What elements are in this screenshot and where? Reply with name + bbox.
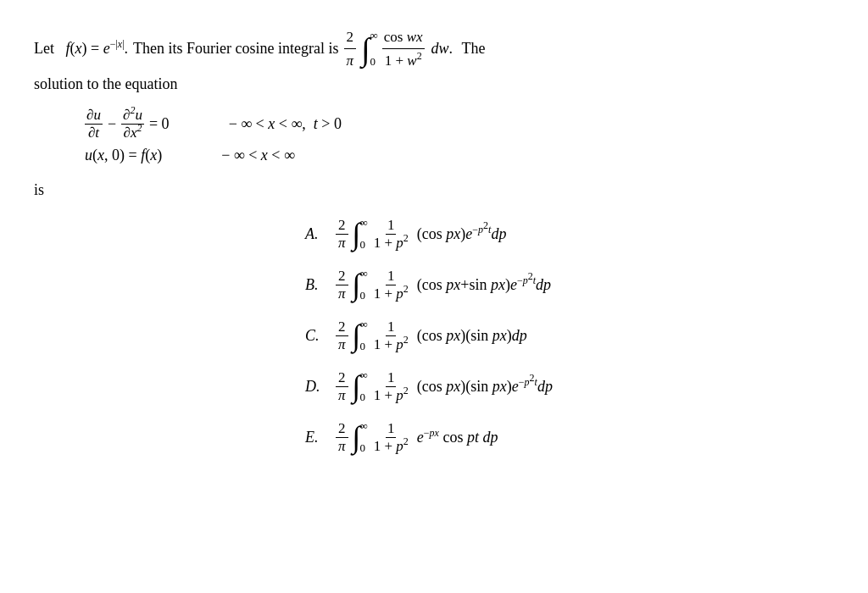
domain-xt: − ∞ < x < ∞, t > 0 bbox=[229, 115, 342, 133]
intro-line: Let f(x) = e−|x|. Then its Fourier cosin… bbox=[34, 25, 834, 72]
then-text: Then its Fourier cosine integral is bbox=[133, 36, 338, 61]
label-C: C. bbox=[305, 327, 326, 345]
du-dt: ∂u ∂t bbox=[85, 107, 103, 141]
answer-row-B: B. 2π ∫ ∞0 11 + p2 (cos px+sin px)e−p2td… bbox=[305, 267, 834, 302]
dw-text: dw. bbox=[431, 36, 457, 61]
pde-row: ∂u ∂t − ∂2u ∂x2 = 0 − ∞ < x < ∞, t > 0 bbox=[85, 107, 834, 141]
solution-line: solution to the equation bbox=[34, 75, 834, 93]
answer-C-expr: 2π ∫ ∞0 11 + p2 (cos px)(sin px)dp bbox=[336, 318, 527, 353]
answer-row-A: A. 2π ∫ ∞0 11 + p2 (cos px)e−p2tdp bbox=[305, 216, 834, 252]
the-text: The bbox=[462, 36, 486, 61]
int-limits: ∞ 0 bbox=[370, 27, 377, 71]
answer-B-expr: 2π ∫ ∞0 11 + p2 (cos px+sin px)e−p2tdp bbox=[336, 267, 551, 302]
label-D: D. bbox=[305, 378, 326, 396]
intro-integral: 2 π ∫ ∞ 0 cos wx 1 + w2 dw. bbox=[344, 25, 457, 72]
answer-row-E: E. 2π ∫ ∞0 11 + p2 e−px cos pt dp bbox=[305, 419, 834, 455]
answer-E-expr: 2π ∫ ∞0 11 + p2 e−px cos pt dp bbox=[336, 419, 498, 455]
label-B: B. bbox=[305, 276, 326, 294]
d2u-dx2: ∂2u ∂x2 bbox=[121, 107, 144, 141]
domain-x: − ∞ < x < ∞ bbox=[221, 147, 295, 164]
let-text: Let f(x) = e−|x|. bbox=[34, 36, 128, 61]
answers-section: A. 2π ∫ ∞0 11 + p2 (cos px)e−p2tdp B. 2π… bbox=[305, 216, 834, 455]
ic-expr: u(x, 0) = f(x) bbox=[85, 147, 162, 164]
answer-row-D: D. 2π ∫ ∞0 11 + p2 (cos px)(sin px)e−p2t… bbox=[305, 369, 834, 404]
coeff-2-pi: 2 π bbox=[344, 25, 357, 72]
label-A: A. bbox=[305, 225, 326, 243]
is-line: is bbox=[34, 181, 834, 199]
answer-A-expr: 2π ∫ ∞0 11 + p2 (cos px)e−p2tdp bbox=[336, 216, 506, 252]
page: Let f(x) = e−|x|. Then its Fourier cosin… bbox=[0, 0, 868, 480]
equation-block: ∂u ∂t − ∂2u ∂x2 = 0 − ∞ < x < ∞, t > 0 u… bbox=[85, 107, 834, 164]
label-E: E. bbox=[305, 429, 326, 446]
answer-D-expr: 2π ∫ ∞0 11 + p2 (cos px)(sin px)e−p2tdp bbox=[336, 369, 553, 404]
cos-wx-frac: cos wx 1 + w2 bbox=[382, 25, 425, 72]
ic-row: u(x, 0) = f(x) − ∞ < x < ∞ bbox=[85, 147, 834, 164]
answer-row-C: C. 2π ∫ ∞0 11 + p2 (cos px)(sin px)dp bbox=[305, 318, 834, 353]
